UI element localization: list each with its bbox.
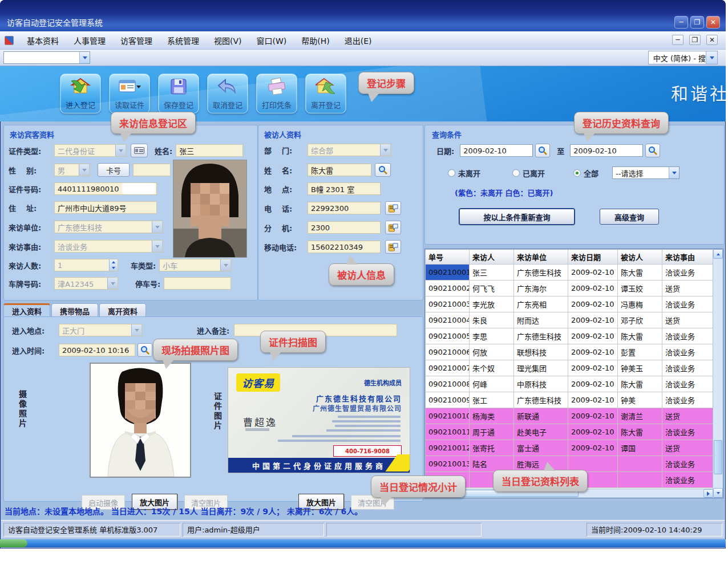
table-cell[interactable]: 2009-02-10 (568, 440, 618, 456)
cancel-register-button[interactable]: 取消登记 (207, 74, 248, 113)
print-slip-button[interactable]: 打印凭条 (256, 74, 297, 113)
table-cell[interactable]: 090210001 (426, 265, 470, 281)
table-cell[interactable]: 送货 (662, 440, 713, 456)
requery-button[interactable]: 按以上条件重新查询 (459, 209, 575, 225)
date-from-input[interactable]: 2009-02-10 (460, 144, 533, 157)
mobile-input[interactable]: 15602210349 (308, 241, 381, 253)
advanced-query-button[interactable]: 高级查询 (600, 209, 659, 225)
table-row[interactable]: 090210010杨海类新联通2009-02-10谢清兰送货 (426, 408, 713, 424)
table-cell[interactable]: 洽谈业务 (662, 296, 713, 312)
phone-input[interactable]: 22992300 (308, 202, 381, 214)
gender-select[interactable]: 男 (54, 164, 90, 176)
ext-input[interactable]: 2300 (308, 221, 381, 234)
table-cell[interactable]: 邓子欣 (618, 312, 662, 328)
scroll-up-icon[interactable] (713, 249, 723, 259)
table-row[interactable]: 090210001张三广东德生科技2009-02-10陈大雷洽谈业务 (426, 265, 713, 281)
table-cell[interactable] (618, 456, 662, 472)
location-input[interactable]: B幢 2301 室 (308, 182, 381, 195)
leave-register-button[interactable]: 离开登记 (305, 74, 346, 113)
table-cell[interactable]: 090210008 (426, 376, 470, 392)
table-cell[interactable]: 李光放 (470, 296, 514, 312)
table-cell[interactable]: 2009-02-10 (568, 296, 618, 312)
table-row[interactable]: 090210009张工广东德生科技2009-02-10钟美洽谈业务 (426, 392, 713, 408)
table-cell[interactable]: 090210003 (426, 296, 470, 312)
table-cell[interactable]: 赴美电子 (514, 424, 568, 440)
language-bar[interactable]: 中文 (简体) - 搜 (648, 51, 718, 64)
table-cell[interactable]: 陈大雷 (618, 328, 662, 344)
mdi-restore-button[interactable]: ❐ (689, 35, 701, 45)
table-cell[interactable]: 陈大雷 (618, 265, 662, 281)
table-cell[interactable]: 2009-02-10 (568, 408, 618, 424)
table-cell[interactable]: 090210007 (426, 360, 470, 376)
count-spinner[interactable]: 1 (54, 259, 118, 271)
table-cell[interactable]: 090210012 (426, 440, 470, 456)
table-cell[interactable]: 2009-02-10 (568, 360, 618, 376)
table-header-cell[interactable]: 来访事由 (662, 250, 713, 265)
table-cell[interactable]: 090210006 (426, 344, 470, 360)
table-cell[interactable]: 洽谈业务 (662, 328, 713, 344)
table-cell[interactable]: 理光集团 (514, 360, 568, 376)
table-cell[interactable]: 洽谈业务 (662, 344, 713, 360)
table-cell[interactable] (618, 472, 662, 488)
chevron-down-icon[interactable] (79, 52, 90, 63)
plate-select[interactable]: 津A12345 (54, 277, 118, 290)
cert-no-input[interactable]: 4401111980010 (54, 182, 157, 195)
table-cell[interactable]: 洽谈业务 (662, 392, 713, 408)
table-cell[interactable]: 朱良 (470, 312, 514, 328)
tab-entry-info[interactable]: 进入资料 (3, 303, 50, 317)
menu-item-hr[interactable]: 人事管理 (66, 32, 113, 48)
table-cell[interactable]: 何峰 (470, 376, 514, 392)
table-cell[interactable]: 090210013 (426, 456, 470, 472)
dial-ext-button[interactable] (385, 221, 401, 234)
table-header-cell[interactable]: 来访单位 (514, 250, 568, 265)
table-cell[interactable]: 谭玉姣 (618, 281, 662, 296)
table-cell[interactable]: 广东德生科技 (514, 392, 568, 408)
entry-place-select[interactable]: 正大门 (59, 324, 142, 336)
read-idcard-button[interactable]: 读取证件 (109, 74, 150, 113)
table-cell[interactable]: 钟美 (618, 392, 662, 408)
scroll-right-icon[interactable] (703, 489, 713, 498)
table-header-cell[interactable]: 单号 (426, 250, 470, 265)
table-cell[interactable]: 冯惠梅 (618, 296, 662, 312)
restore-button[interactable]: ❐ (690, 16, 704, 29)
table-cell[interactable]: 洽谈业务 (662, 265, 713, 281)
table-cell[interactable]: 富士通 (514, 440, 568, 456)
table-header-cell[interactable]: 来访人 (470, 250, 514, 265)
tab-carried-items[interactable]: 携带物品 (51, 303, 98, 317)
table-cell[interactable]: 090210011 (426, 424, 470, 440)
table-cell[interactable]: 陈大雷 (618, 376, 662, 392)
scrollbar-thumb[interactable] (714, 440, 722, 474)
name-input[interactable]: 张三 (176, 144, 243, 157)
menu-item-exit[interactable]: 退出(E) (337, 32, 379, 48)
table-cell[interactable]: 广东德生科技 (514, 328, 568, 344)
dial-phone-button[interactable] (385, 201, 401, 215)
table-cell[interactable]: 洽谈业务 (662, 456, 713, 472)
date-to-input[interactable]: 2009-02-10 (570, 144, 643, 157)
table-cell[interactable]: 谢清兰 (618, 408, 662, 424)
table-cell[interactable]: 090210009 (426, 392, 470, 408)
table-row[interactable]: 090210006何放联想科技2009-02-10彭置洽谈业务 (426, 344, 713, 360)
table-cell[interactable]: 2009-02-10 (568, 265, 618, 281)
table-cell[interactable]: 洽谈业务 (662, 424, 713, 440)
table-cell[interactable]: 090210002 (426, 281, 470, 296)
date-to-picker-button[interactable] (645, 144, 660, 157)
table-cell[interactable]: 送货 (662, 408, 713, 424)
table-cell[interactable]: 广东德生科技 (514, 265, 568, 281)
mdi-close-button[interactable]: ✕ (706, 35, 718, 45)
table-cell[interactable]: 李思 (470, 328, 514, 344)
scroll-down-icon[interactable] (713, 488, 723, 498)
radio-not-left[interactable]: 未离开 (448, 168, 480, 178)
filter-select[interactable]: --请选择 (612, 166, 680, 179)
dial-mobile-button[interactable] (385, 240, 401, 254)
table-cell[interactable]: 送货 (662, 281, 713, 296)
search-person-button[interactable] (375, 163, 391, 177)
radio-icon[interactable] (512, 169, 520, 177)
read-card-button[interactable] (131, 144, 148, 157)
table-row[interactable]: 090210005李思广东德生科技2009-02-10陈大雷洽谈业务 (426, 328, 713, 344)
table-cell[interactable]: 送货 (662, 312, 713, 328)
table-cell[interactable]: 090210005 (426, 328, 470, 344)
table-cell[interactable]: 杨海类 (470, 408, 514, 424)
tab-leave-info[interactable]: 离开资料 (99, 303, 146, 317)
card-no-input[interactable] (133, 164, 171, 176)
company-select[interactable]: 广东德生科技 (54, 221, 163, 233)
